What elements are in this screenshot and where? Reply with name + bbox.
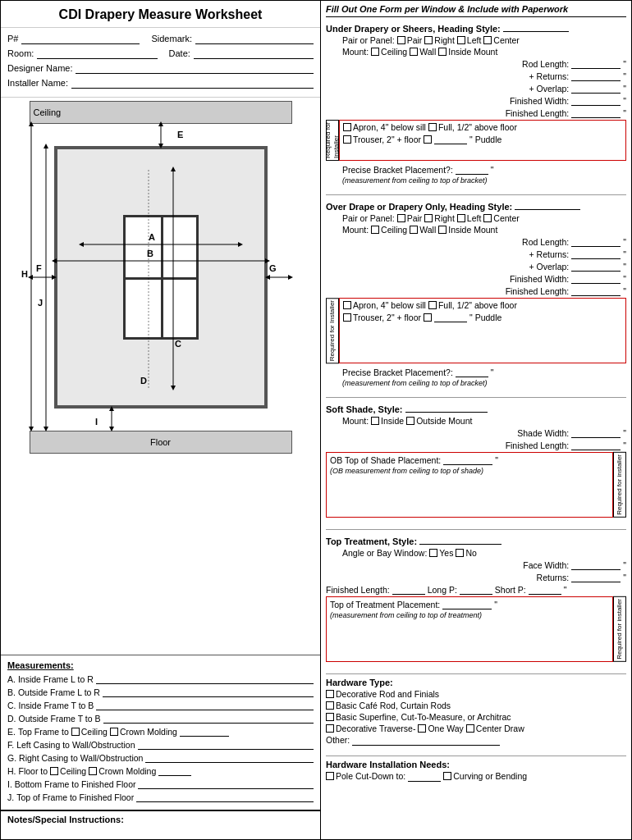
center-draw-cb[interactable]	[466, 724, 474, 733]
left-cb-1[interactable]	[457, 36, 465, 44]
ob-top-field[interactable]	[443, 454, 492, 465]
hw-cafe-cb[interactable]	[326, 701, 334, 710]
pair-cb-2[interactable]	[397, 214, 405, 222]
inside-mount-cb-1[interactable]	[438, 48, 447, 56]
trouser-cb-2[interactable]	[343, 313, 351, 322]
full-cb-2[interactable]	[428, 301, 437, 309]
fin-width-field-1[interactable]	[571, 95, 621, 106]
fin-length-field-2[interactable]	[571, 285, 621, 296]
curving-cb[interactable]	[443, 772, 451, 780]
overlap-field-2[interactable]	[571, 261, 621, 272]
inside-mount-cb-2[interactable]	[438, 226, 447, 234]
ceiling-checkbox-h[interactable]	[50, 767, 58, 775]
puddle-field-1[interactable]	[434, 134, 467, 144]
trouser-cb-1[interactable]	[343, 135, 351, 144]
bracket-row-2: Precise Bracket Placement?: "	[326, 367, 626, 377]
tt-long-p-field[interactable]	[460, 584, 492, 595]
soft-shade-style-field[interactable]	[405, 401, 488, 413]
center-cb-2[interactable]	[483, 214, 492, 222]
meas-line-i[interactable]	[138, 778, 314, 789]
over-drape-heading-label: Heading Style:	[450, 202, 512, 212]
hardware-install-title: Hardware Installation Needs:	[326, 760, 626, 769]
shade-width-field[interactable]	[571, 427, 621, 438]
apron-cb-2[interactable]	[343, 301, 351, 309]
tt-returns-field[interactable]	[571, 572, 621, 582]
fin-width-field-2[interactable]	[571, 273, 621, 284]
puddle-cb-1[interactable]	[424, 135, 432, 144]
outside-mount-cb-3[interactable]	[406, 417, 414, 425]
shade-fin-length-label: Finished Length:	[506, 441, 570, 450]
date-field[interactable]	[194, 48, 314, 59]
meas-line-d[interactable]	[103, 713, 314, 724]
bracket-field-2[interactable]	[456, 367, 488, 377]
meas-line-c[interactable]	[96, 700, 314, 710]
installer-field[interactable]	[71, 77, 314, 89]
designer-label: Designer Name:	[7, 63, 72, 73]
meas-label-c: Inside Frame T to B	[19, 701, 94, 710]
returns-field-2[interactable]	[571, 249, 621, 259]
yes-cb[interactable]	[429, 549, 437, 557]
inside-cb-3[interactable]	[371, 417, 379, 425]
center-cb-1[interactable]	[483, 36, 492, 44]
rod-length-field-1[interactable]	[571, 58, 621, 69]
tt-fin-length-long-p: Long P:	[428, 585, 457, 595]
meas-line-b[interactable]	[103, 687, 314, 697]
crown-molding-checkbox-e[interactable]	[110, 728, 118, 736]
crown-molding-checkbox-h[interactable]	[89, 767, 97, 775]
meas-line-a[interactable]	[96, 673, 314, 684]
full-cb-1[interactable]	[428, 123, 437, 131]
ceiling-mount-cb-1[interactable]	[371, 48, 379, 56]
overlap-field-1[interactable]	[571, 83, 621, 94]
designer-field[interactable]	[76, 62, 314, 74]
hw-superfine-cb[interactable]	[326, 713, 334, 721]
top-treatment-placement-field[interactable]	[442, 599, 492, 609]
meas-line-g[interactable]	[145, 752, 314, 763]
hw-traverse-cb[interactable]	[326, 724, 334, 733]
meas-label-i: Bottom Frame to Finished Floor	[15, 779, 136, 789]
svg-text:I: I	[95, 417, 98, 427]
one-way-cb[interactable]	[418, 724, 426, 733]
left-cb-2[interactable]	[457, 214, 465, 222]
top-treatment-style-label: Style:	[392, 536, 417, 546]
rod-length-row-2: Rod Length: "	[326, 236, 626, 247]
heading-style-field-1[interactable]	[503, 21, 569, 32]
tt-short-p-field[interactable]	[529, 584, 561, 595]
soft-shade-title-text: Soft Shade,	[326, 404, 376, 414]
bracket-field-1[interactable]	[456, 164, 488, 175]
returns-label-1: + Returns:	[529, 71, 570, 81]
right-cb-2[interactable]	[424, 214, 433, 222]
wall-mount-cb-1[interactable]	[410, 48, 418, 56]
apron-cb-1[interactable]	[343, 123, 351, 131]
meas-line-f[interactable]	[138, 739, 314, 750]
puddle-cb-2[interactable]	[424, 313, 432, 322]
ceiling-mount-cb-2[interactable]	[371, 226, 379, 234]
required-installer-3: OB Top of Shade Placement: " (OB measure…	[326, 452, 626, 518]
no-cb[interactable]	[456, 549, 464, 557]
ceiling-checkbox[interactable]	[71, 728, 80, 736]
meas-line-j[interactable]	[136, 792, 314, 802]
puddle-field-2[interactable]	[434, 312, 467, 322]
room-field[interactable]	[37, 48, 157, 59]
returns-field-1[interactable]	[571, 71, 621, 81]
top-treatment-style-field[interactable]	[419, 533, 501, 545]
pair-cb-1[interactable]	[397, 36, 405, 44]
pole-field[interactable]	[408, 771, 441, 782]
face-width-field[interactable]	[571, 559, 621, 570]
meas-line-h[interactable]	[158, 765, 191, 776]
inner-frame	[123, 215, 199, 340]
rod-length-field-2[interactable]	[571, 236, 621, 247]
p-field[interactable]	[21, 33, 140, 44]
pole-cb[interactable]	[326, 772, 334, 780]
fin-length-field-1[interactable]	[571, 107, 621, 118]
hw-decorative-cb[interactable]	[326, 690, 334, 698]
heading-style-field-2[interactable]	[515, 199, 580, 210]
sidemark-field[interactable]	[195, 33, 314, 44]
tt-fin-length-field[interactable]	[392, 584, 425, 595]
meas-line-e[interactable]	[180, 726, 229, 737]
wall-mount-cb-2[interactable]	[410, 226, 418, 234]
right-cb-1[interactable]	[424, 36, 433, 44]
installer-label: Installer Name:	[7, 78, 68, 88]
shade-fin-length-field[interactable]	[571, 440, 621, 450]
inside-label-3: Inside	[381, 416, 404, 426]
hw-other-field[interactable]	[352, 735, 500, 746]
